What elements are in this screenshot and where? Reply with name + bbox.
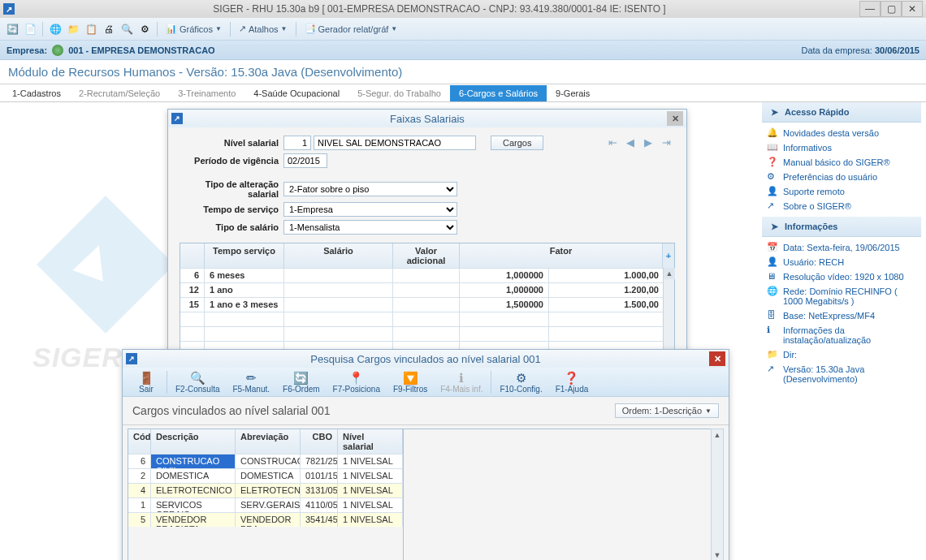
add-row-button[interactable]: + bbox=[663, 243, 674, 268]
toolbar-separator bbox=[230, 22, 231, 37]
toolbar2-icon: 🔽 bbox=[403, 371, 418, 385]
select-tipo-alt[interactable]: 2-Fator sobre o piso bbox=[283, 182, 457, 196]
table-row[interactable]: 151 ano e 3 meses1,5000001.500,00 bbox=[180, 297, 674, 312]
scroll-up-icon[interactable]: ▲ bbox=[712, 429, 723, 441]
toolbar-btn-1[interactable]: 🔄 bbox=[5, 22, 19, 37]
main-area: SIGER ➤ Acesso Rápido 🔔Novidades desta v… bbox=[0, 102, 926, 560]
toolbar-btn-8[interactable]: ⚙ bbox=[137, 22, 152, 37]
order-label: Ordem: 1-Descrição bbox=[622, 406, 702, 416]
toolbar2-btn-5[interactable]: 🔽F9-Filtros bbox=[387, 369, 434, 395]
toolbar-btn-6[interactable]: 🖨 bbox=[102, 22, 116, 37]
gerador-dropdown[interactable]: 📑 Gerador relat/gráf ▼ bbox=[301, 24, 401, 34]
toolbar2-btn-0[interactable]: 🚪Sair bbox=[128, 369, 165, 395]
quick-access-item[interactable]: ↗Sobre o SIGER® bbox=[762, 199, 921, 213]
toolbar2-btn-1[interactable]: 🔍F2-Consulta bbox=[169, 369, 226, 395]
atalhos-dropdown[interactable]: ↗ Atalhos ▼ bbox=[236, 24, 291, 34]
info-item[interactable]: 🌐Rede: Domínio RECHINFO ( 1000 Megabits/… bbox=[762, 284, 921, 308]
tab-saude[interactable]: 4-Saúde Ocupacional bbox=[244, 85, 348, 101]
quick-access-item[interactable]: 🔔Novidades desta versão bbox=[762, 126, 921, 140]
info-item[interactable]: 📅Data: Sexta-feira, 19/06/2015 bbox=[762, 240, 921, 255]
item-icon: 📖 bbox=[767, 142, 778, 153]
dialog-icon: ↗ bbox=[171, 113, 183, 124]
info-item[interactable]: 👤Usuário: RECH bbox=[762, 255, 921, 269]
scroll-down-icon[interactable]: ▼ bbox=[712, 549, 723, 560]
label-tempo-serv: Tempo de serviço bbox=[180, 205, 283, 214]
nav-prev-icon[interactable]: ◀ bbox=[626, 136, 639, 149]
nav-last-icon[interactable]: ⇥ bbox=[662, 136, 675, 149]
toolbar-btn-3[interactable]: 🌐 bbox=[48, 22, 63, 37]
grid2-scrollbar[interactable]: ▲ ▼ bbox=[711, 429, 724, 560]
button-cargos[interactable]: Cargos bbox=[491, 136, 543, 150]
nav-first-icon[interactable]: ⇤ bbox=[608, 136, 621, 149]
order-dropdown[interactable]: Ordem: 1-Descrição ▼ bbox=[615, 403, 719, 418]
quick-access-item[interactable]: 📖Informativos bbox=[762, 140, 921, 155]
grid-cargos: Cód Descrição Abreviação CBO Nível salar… bbox=[128, 429, 404, 560]
toolbar-btn-4[interactable]: 📁 bbox=[66, 22, 80, 37]
table-row[interactable] bbox=[180, 326, 674, 341]
dialog-close-button[interactable]: ✕ bbox=[667, 111, 683, 126]
toolbar2-btn-4[interactable]: 📍F7-Posiciona bbox=[327, 369, 387, 395]
app-icon: ↗ bbox=[3, 3, 15, 15]
caret-down-icon: ▼ bbox=[391, 25, 397, 32]
toolbar2-icon: 🔄 bbox=[293, 371, 309, 385]
item-icon: 👤 bbox=[767, 186, 778, 197]
module-title: Módulo de Recursos Humanos - Versão: 15.… bbox=[0, 60, 926, 84]
toolbar-btn-7[interactable]: 🔍 bbox=[119, 22, 134, 37]
info-item[interactable]: ℹInformações da instalação/atualização bbox=[762, 323, 921, 347]
company-bar: Empresa: 001 - EMPRESA DEMONSTRACAO Data… bbox=[0, 41, 926, 60]
graficos-dropdown[interactable]: 📊 Gráficos ▼ bbox=[162, 24, 225, 34]
table-row[interactable]: 6CONSTRUCAO CIVILCONSTRUCAO7821/251 NIVE… bbox=[128, 454, 403, 468]
input-periodo[interactable] bbox=[283, 153, 327, 168]
table-row[interactable]: 5VENDEDOR PRACISTAVENDEDOR PRA3541/451 N… bbox=[128, 512, 403, 527]
info-item[interactable]: 🗄Base: NetExpress/MF4 bbox=[762, 308, 921, 323]
toolbar2-btn-8[interactable]: ❓F1-Ajuda bbox=[549, 369, 595, 395]
toolbar2-btn-6: ℹF4-Mais inf. bbox=[434, 369, 489, 395]
toolbar-btn-5[interactable]: 📋 bbox=[84, 22, 98, 37]
tab-recrutam[interactable]: 2-Recrutam/Seleção bbox=[70, 85, 169, 101]
dialog2-toolbar: 🚪Sair🔍F2-Consulta✏F5-Manut.🔄F6-Ordem📍F7-… bbox=[123, 368, 729, 397]
select-tempo-serv[interactable]: 1-Empresa bbox=[283, 202, 457, 217]
toolbar2-btn-3[interactable]: 🔄F6-Ordem bbox=[276, 369, 327, 395]
table-row[interactable]: 66 meses1,0000001.000,00 bbox=[180, 268, 674, 282]
col-valor-adic: Valor adicional bbox=[393, 243, 460, 268]
info-title: Informações bbox=[785, 222, 837, 231]
dialog2-titlebar: ↗ Pesquisa Cargos vinculados ao nível sa… bbox=[123, 350, 729, 368]
quick-access-item[interactable]: ⚙Preferências do usuário bbox=[762, 170, 921, 184]
toolbar-btn-2[interactable]: 📄 bbox=[23, 22, 37, 37]
info-item[interactable]: ↗Versão: 15.30a Java (Desenvolvimento) bbox=[762, 362, 921, 386]
dialog-titlebar: ↗ Faixas Salariais ✕ bbox=[168, 110, 686, 127]
table-row[interactable]: 121 ano1,0000001.200,00 bbox=[180, 282, 674, 297]
info-item[interactable]: 📁Dir: bbox=[762, 347, 921, 362]
quick-access-item[interactable]: 👤Suporte remoto bbox=[762, 184, 921, 199]
maximize-button[interactable]: ▢ bbox=[881, 1, 902, 17]
tab-cargos-salarios[interactable]: 6-Cargos e Salários bbox=[450, 85, 547, 101]
dialog2-close-button[interactable]: ✕ bbox=[709, 351, 725, 366]
scroll-up-icon[interactable]: ▲ bbox=[664, 268, 675, 279]
quick-access-item[interactable]: ❓Manual básico do SIGER® bbox=[762, 155, 921, 170]
item-icon: ⚙ bbox=[767, 171, 778, 183]
toolbar2-btn-2[interactable]: ✏F5-Manut. bbox=[226, 369, 276, 395]
report-icon: 📑 bbox=[305, 24, 316, 34]
tab-gerais[interactable]: 9-Gerais bbox=[547, 85, 599, 101]
input-nivel-desc[interactable] bbox=[314, 136, 476, 150]
table-row[interactable] bbox=[180, 312, 674, 326]
toolbar-separator bbox=[491, 371, 491, 394]
table-row[interactable]: 4ELETROTECNICOELETROTECNIC3131/051 NIVEL… bbox=[128, 483, 403, 498]
nav-next-icon[interactable]: ▶ bbox=[644, 136, 657, 149]
dialog2-subtitle-row: Cargos vinculados ao nível salarial 001 … bbox=[123, 397, 729, 425]
company-label: Empresa: bbox=[6, 45, 47, 55]
item-icon: 🔔 bbox=[767, 127, 778, 139]
table-row[interactable]: 2DOMESTICADOMESTICA0101/151 NIVELSAL bbox=[128, 468, 403, 483]
toolbar-separator bbox=[167, 371, 167, 394]
minimize-button[interactable]: — bbox=[859, 1, 881, 17]
info-item[interactable]: 🖥Resolução vídeo: 1920 x 1080 bbox=[762, 269, 921, 284]
input-nivel-cod[interactable] bbox=[283, 136, 311, 150]
toolbar-separator bbox=[296, 22, 296, 37]
tab-segur[interactable]: 5-Segur. do Trabalho bbox=[348, 85, 450, 101]
close-button[interactable]: ✕ bbox=[902, 1, 923, 17]
table-row[interactable]: 1SERVICOS GERAISSERV.GERAIS4110/051 NIVE… bbox=[128, 498, 403, 512]
tab-treinamento[interactable]: 3-Treinamento bbox=[169, 85, 244, 101]
select-tipo-sal[interactable]: 1-Mensalista bbox=[283, 220, 457, 235]
toolbar2-btn-7[interactable]: ⚙F10-Config. bbox=[493, 369, 548, 395]
tab-cadastros[interactable]: 1-Cadastros bbox=[3, 85, 70, 101]
